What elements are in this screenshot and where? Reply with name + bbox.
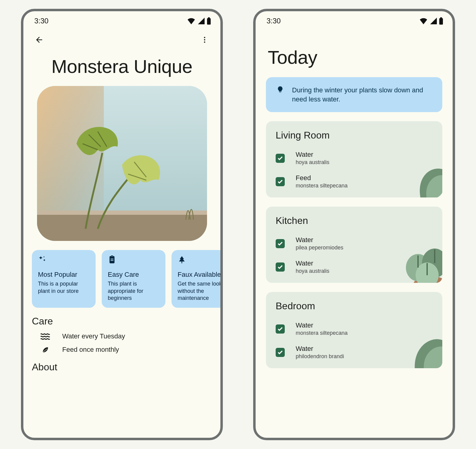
- task-labels: Water monstera siltepecana: [296, 321, 348, 336]
- task-plant: monstera siltepecana: [296, 330, 348, 336]
- waves-icon: [40, 333, 51, 340]
- task-checkbox[interactable]: [276, 262, 285, 272]
- tip-text: During the winter your plants slow down …: [292, 86, 432, 104]
- svg-rect-8: [37, 211, 207, 215]
- status-time: 3:30: [267, 17, 281, 25]
- task-checkbox[interactable]: [276, 239, 285, 248]
- chip-easy-care[interactable]: Easy Care This plant is appropriate for …: [102, 250, 165, 308]
- task-checkbox[interactable]: [276, 324, 285, 334]
- task-labels: Water hoya australis: [296, 151, 329, 166]
- chip-faux-available[interactable]: Faux Available Get the same look without…: [172, 250, 220, 308]
- room-title: Living Room: [276, 130, 442, 141]
- task-action: Water: [296, 259, 329, 267]
- care-section-header: Care: [23, 308, 220, 330]
- svg-rect-0: [207, 18, 211, 25]
- task-checkbox[interactable]: [276, 177, 285, 186]
- lightbulb-icon: [276, 86, 284, 95]
- task-labels: Water pilea peperomiodes: [296, 236, 343, 251]
- about-section-header: About: [23, 357, 220, 376]
- task-plant: hoya australis: [296, 159, 329, 166]
- care-text: Water every Tuesday: [62, 332, 125, 340]
- care-item-feed: Feed once monthly: [23, 343, 220, 357]
- check-icon: [277, 349, 283, 355]
- wifi-icon: [187, 18, 195, 24]
- task-plant: philodendron brandi: [296, 353, 344, 360]
- signal-icon: [430, 18, 437, 24]
- chip-title: Most Popular: [38, 271, 90, 279]
- svg-rect-10: [440, 17, 442, 19]
- task-row[interactable]: Water pilea peperomiodes: [276, 232, 442, 255]
- room-title: Bedroom: [276, 300, 442, 312]
- feature-chips-row[interactable]: Most Popular This is a popular plant in …: [23, 247, 220, 308]
- task-row[interactable]: Water hoya australis: [276, 146, 442, 170]
- svg-point-4: [204, 41, 205, 43]
- task-labels: Water hoya australis: [296, 259, 329, 274]
- arrow-back-icon: [35, 35, 44, 44]
- clipboard-icon: [108, 255, 159, 265]
- chip-most-popular[interactable]: Most Popular This is a popular plant in …: [32, 250, 96, 308]
- chip-title: Faux Available: [178, 271, 220, 279]
- task-row[interactable]: Water philodendron brandi: [276, 341, 442, 364]
- battery-icon: [206, 17, 211, 25]
- task-action: Feed: [296, 174, 348, 182]
- task-plant: monstera siltepecana: [296, 183, 348, 189]
- room-card-kitchen[interactable]: Kitchen Water pilea peperomiodes Water h…: [266, 207, 442, 283]
- care-text: Feed once monthly: [62, 346, 119, 354]
- svg-rect-7: [37, 214, 207, 241]
- task-checkbox[interactable]: [276, 348, 285, 357]
- check-icon: [277, 264, 283, 270]
- status-icons: [187, 17, 211, 25]
- task-plant: pilea peperomiodes: [296, 245, 343, 251]
- signal-icon: [197, 18, 205, 24]
- sparkle-icon: [38, 255, 90, 265]
- battery-icon: [439, 17, 444, 25]
- check-icon: [277, 155, 283, 161]
- plant-title: Monstera Unique: [23, 47, 220, 83]
- status-bar: 3:30: [23, 11, 220, 28]
- check-icon: [277, 241, 283, 247]
- phone-detail-screen: 3:30 Monstera Unique: [21, 9, 223, 440]
- today-title: Today: [256, 28, 453, 77]
- svg-point-3: [204, 39, 205, 40]
- chip-desc: Get the same look without the maintenanc…: [178, 280, 220, 302]
- chip-desc: This is a popular plant in our store: [38, 280, 90, 295]
- more-vert-icon: [201, 36, 209, 44]
- task-plant: hoya australis: [296, 268, 329, 274]
- room-card-bedroom[interactable]: Bedroom Water monstera siltepecana Water…: [266, 292, 442, 368]
- svg-point-2: [204, 37, 205, 38]
- leaf-icon: [40, 345, 51, 354]
- tree-icon: [178, 255, 220, 265]
- status-bar: 3:30: [256, 11, 453, 28]
- room-card-living-room[interactable]: Living Room Water hoya australis Feed mo…: [266, 121, 442, 197]
- plant-hero-image: [37, 86, 207, 241]
- tip-card[interactable]: During the winter your plants slow down …: [266, 77, 442, 112]
- task-row[interactable]: Water hoya australis: [276, 255, 442, 279]
- task-row[interactable]: Feed monstera siltepecana: [276, 170, 442, 193]
- back-button[interactable]: [32, 33, 46, 47]
- status-time: 3:30: [34, 17, 49, 25]
- chip-desc: This plant is appropriate for beginners: [108, 280, 159, 302]
- task-action: Water: [296, 151, 329, 159]
- more-button[interactable]: [197, 33, 212, 47]
- status-icons: [419, 17, 444, 25]
- room-title: Kitchen: [276, 215, 442, 226]
- task-action: Water: [296, 321, 348, 329]
- svg-rect-9: [439, 18, 443, 25]
- task-action: Water: [296, 236, 343, 244]
- task-labels: Feed monstera siltepecana: [296, 174, 348, 189]
- chip-title: Easy Care: [108, 271, 159, 279]
- task-labels: Water philodendron brandi: [296, 345, 344, 360]
- svg-rect-1: [208, 17, 210, 19]
- task-row[interactable]: Water monstera siltepecana: [276, 317, 442, 341]
- app-bar: [23, 28, 220, 47]
- check-icon: [277, 179, 283, 185]
- task-action: Water: [296, 345, 344, 353]
- wifi-icon: [419, 18, 428, 24]
- task-checkbox[interactable]: [276, 154, 285, 163]
- check-icon: [277, 326, 283, 332]
- care-item-water: Water every Tuesday: [23, 330, 220, 343]
- phone-today-screen: 3:30 Today During the winter your plants…: [253, 9, 455, 440]
